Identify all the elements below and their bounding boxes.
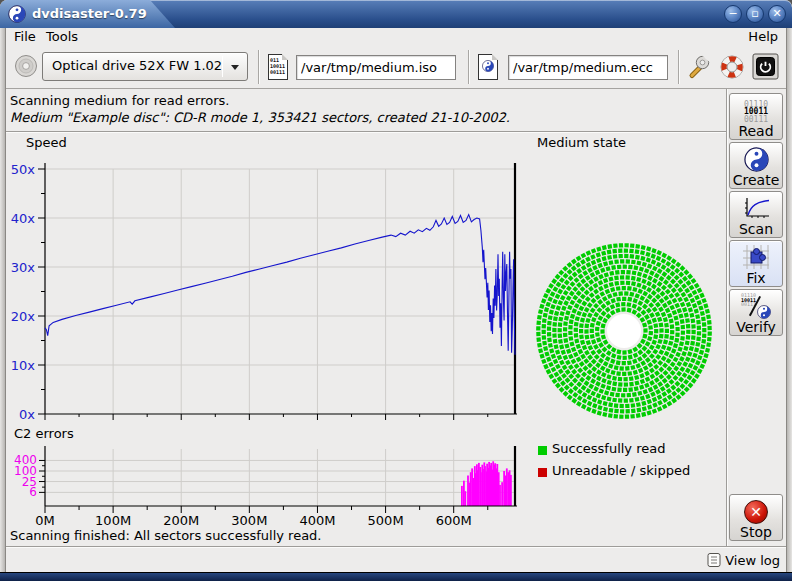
app-window: dvdisaster-0.79 ─ ▫ ✕ File Tools Help Op…: [0, 0, 792, 581]
lifebuoy-icon: [718, 53, 746, 81]
medium-state-disc: [534, 241, 714, 421]
speed-chart-title: Speed: [26, 135, 67, 150]
stop-icon: ✕: [744, 500, 768, 524]
wrench-icon: [686, 53, 713, 80]
status-line-2: Medium "Example disc": CD-R mode 1, 3534…: [10, 110, 510, 125]
menu-help[interactable]: Help: [742, 28, 784, 46]
power-icon: [752, 53, 779, 80]
svg-text:600M: 600M: [436, 513, 472, 528]
scan-button[interactable]: Scan: [729, 191, 783, 238]
drive-selector[interactable]: Optical drive 52X FW 1.02: [42, 52, 248, 81]
svg-text:20x: 20x: [11, 309, 36, 324]
fix-icon: [742, 244, 770, 270]
window-frame-bottom: [0, 572, 792, 581]
minimize-button[interactable]: ─: [724, 5, 742, 23]
scan-result-message: Scanning finished: All sectors successfu…: [10, 528, 322, 543]
close-button[interactable]: ✕: [768, 5, 786, 23]
read-icon: 01110 10011 00111: [744, 101, 768, 124]
medium-state-title: Medium state: [537, 135, 626, 150]
speed-chart: 0x10x20x30x40x50x: [6, 155, 536, 435]
ecc-file-icon: [478, 54, 498, 80]
legend-swatch-green: [538, 446, 547, 455]
read-button[interactable]: 01110 10011 00111 Read: [729, 93, 783, 140]
view-log-icon: [706, 552, 722, 568]
scan-icon: [742, 196, 770, 221]
preferences-button[interactable]: [686, 53, 713, 80]
drive-icon: [14, 54, 38, 78]
svg-text:400M: 400M: [299, 513, 335, 528]
legend-swatch-red: [538, 468, 547, 477]
svg-text:40x: 40x: [11, 211, 36, 226]
view-log-button[interactable]: View log: [706, 550, 780, 570]
help-button[interactable]: [718, 53, 746, 81]
chevron-down-icon: [231, 65, 239, 70]
create-icon: [744, 147, 769, 172]
status-line-1: Scanning medium for read errors.: [10, 93, 229, 108]
svg-text:50x: 50x: [11, 162, 36, 177]
ecc-file-input[interactable]: [508, 55, 668, 80]
create-button[interactable]: Create: [729, 142, 783, 189]
svg-text:10x: 10x: [11, 358, 36, 373]
svg-text:200M: 200M: [163, 513, 199, 528]
footer: View log: [6, 546, 786, 572]
titlebar[interactable]: dvdisaster-0.79 ─ ▫ ✕: [0, 0, 792, 28]
svg-text:300M: 300M: [231, 513, 267, 528]
svg-text:30x: 30x: [11, 260, 36, 275]
quit-button[interactable]: [752, 53, 779, 80]
c2-errors-chart: 6251004000M100M200M300M400M500M600M: [6, 421, 536, 536]
drive-selector-value: Optical drive 52X FW 1.02: [52, 58, 222, 73]
stop-button[interactable]: ✕ Stop: [729, 494, 783, 541]
menubar: File Tools Help: [6, 28, 786, 46]
window-body: File Tools Help Optical drive 52X FW 1.0…: [6, 28, 786, 572]
app-icon: [8, 5, 26, 23]
menu-file[interactable]: File: [8, 28, 42, 46]
main-area: Scanning medium for read errors. Medium …: [6, 88, 786, 546]
status-separator: [6, 131, 726, 133]
svg-text:100M: 100M: [95, 513, 131, 528]
verify-button[interactable]: 01110 10011 00111 Verify: [729, 289, 783, 336]
panel-separator: [726, 89, 728, 547]
toolbar: Optical drive 52X FW 1.02 011 10011 0011…: [6, 46, 786, 88]
svg-text:500M: 500M: [368, 513, 404, 528]
svg-text:0x: 0x: [19, 407, 35, 422]
svg-text:0M: 0M: [35, 513, 55, 528]
svg-text:400: 400: [14, 453, 37, 467]
verify-icon: 01110 10011 00111: [741, 293, 771, 319]
fix-button[interactable]: Fix: [729, 240, 783, 287]
maximize-button[interactable]: ▫: [746, 5, 764, 23]
window-title: dvdisaster-0.79: [32, 6, 147, 21]
menu-tools[interactable]: Tools: [40, 28, 84, 46]
image-file-input[interactable]: [296, 55, 456, 80]
image-file-icon: 011 10011 00111: [268, 54, 288, 80]
window-frame-right: [786, 28, 792, 572]
